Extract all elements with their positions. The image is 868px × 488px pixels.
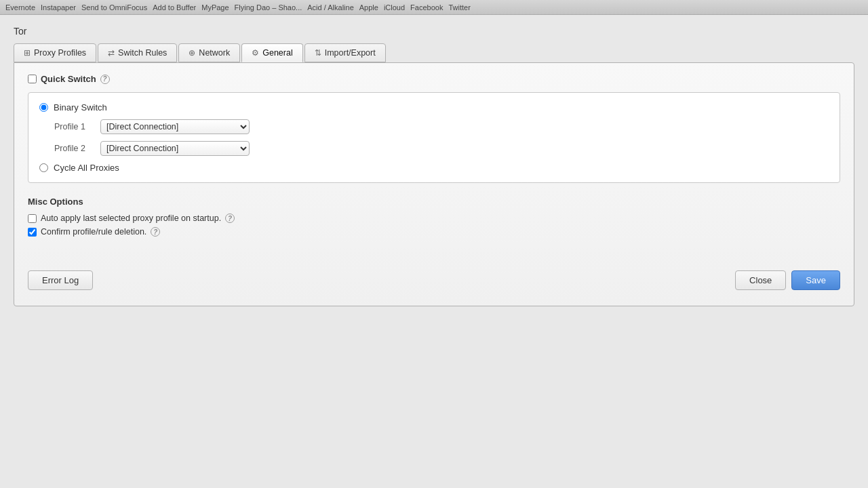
browser-bar-item: Instapaper (41, 3, 76, 12)
general-icon: ⚙ (252, 48, 259, 58)
error-log-button[interactable]: Error Log (28, 270, 93, 290)
general-panel: Quick Switch ? Binary Switch Profile 1 [… (14, 62, 854, 306)
profile2-label: Profile 2 (54, 144, 95, 153)
auto-apply-label[interactable]: Auto apply last selected proxy profile o… (41, 214, 221, 223)
cycle-all-proxies-radio[interactable] (39, 163, 48, 172)
network-icon: ⊕ (189, 48, 195, 58)
confirm-deletion-label[interactable]: Confirm profile/rule deletion. (41, 227, 146, 237)
tab-bar: ⊞ Proxy Profiles ⇄ Switch Rules ⊕ Networ… (14, 43, 854, 62)
browser-bar-item: MyPage (201, 3, 229, 12)
profile1-label: Profile 1 (54, 122, 95, 131)
profile2-row: Profile 2 [Direct Connection] (54, 141, 829, 156)
quick-switch-checkbox[interactable] (28, 75, 37, 83)
footer: Error Log Close Save (28, 264, 840, 290)
browser-bar-item: Twitter (448, 3, 470, 12)
tab-general[interactable]: ⚙ General (241, 43, 302, 62)
browser-bar-item: Add to Buffer (153, 3, 196, 12)
misc-options-section: Misc Options Auto apply last selected pr… (28, 197, 840, 237)
browser-bar-item: Flying Dao – Shao... (235, 3, 302, 12)
tab-switch-rules[interactable]: ⇄ Switch Rules (98, 43, 177, 62)
browser-bar-item: iCloud (384, 3, 405, 12)
browser-bar-item: Evernote (5, 3, 35, 12)
misc-options-title: Misc Options (28, 197, 840, 207)
quick-switch-radio-group: Binary Switch Profile 1 [Direct Connecti… (39, 102, 829, 173)
footer-right: Close Save (735, 270, 840, 290)
browser-bar-item: Facebook (410, 3, 443, 12)
quick-switch-box: Binary Switch Profile 1 [Direct Connecti… (28, 92, 840, 183)
cycle-all-proxies-row: Cycle All Proxies (39, 163, 829, 173)
cycle-all-proxies-label[interactable]: Cycle All Proxies (54, 163, 119, 173)
save-button[interactable]: Save (791, 270, 840, 290)
profile1-select[interactable]: [Direct Connection] (100, 119, 250, 134)
tab-general-label: General (262, 48, 292, 58)
auto-apply-checkbox[interactable] (28, 214, 37, 223)
tab-import-export[interactable]: ⇅ Import/Export (304, 43, 386, 62)
tab-switch-rules-label: Switch Rules (118, 48, 167, 58)
tab-proxy-profiles-label: Proxy Profiles (34, 48, 86, 58)
quick-switch-header: Quick Switch ? (28, 74, 840, 84)
proxy-profiles-icon: ⊞ (24, 48, 31, 58)
browser-bar: Evernote Instapaper Send to OmniFocus Ad… (0, 0, 868, 15)
auto-apply-help-icon[interactable]: ? (225, 214, 235, 223)
tab-network[interactable]: ⊕ Network (178, 43, 240, 62)
tab-proxy-profiles[interactable]: ⊞ Proxy Profiles (14, 43, 96, 62)
confirm-deletion-row: Confirm profile/rule deletion. ? (28, 227, 840, 237)
close-button[interactable]: Close (735, 270, 786, 290)
app-title: Tor (14, 26, 854, 37)
confirm-deletion-help-icon[interactable]: ? (151, 227, 160, 237)
binary-switch-label[interactable]: Binary Switch (54, 102, 107, 113)
switch-rules-icon: ⇄ (108, 48, 115, 58)
browser-bar-item: Acid / Alkaline (307, 3, 353, 12)
quick-switch-help-icon[interactable]: ? (100, 75, 110, 84)
browser-bar-item: Apple (359, 3, 378, 12)
binary-switch-row: Binary Switch (39, 102, 829, 113)
binary-switch-radio[interactable] (39, 103, 48, 112)
profile1-row: Profile 1 [Direct Connection] (54, 119, 829, 134)
tab-import-export-label: Import/Export (325, 48, 376, 58)
confirm-deletion-checkbox[interactable] (28, 228, 37, 237)
tab-network-label: Network (199, 48, 230, 58)
auto-apply-row: Auto apply last selected proxy profile o… (28, 214, 840, 223)
quick-switch-label[interactable]: Quick Switch (41, 74, 96, 84)
main-area: Tor ⊞ Proxy Profiles ⇄ Switch Rules ⊕ Ne… (0, 15, 868, 317)
profile2-select[interactable]: [Direct Connection] (100, 141, 250, 156)
browser-bar-item: Send to OmniFocus (81, 3, 147, 12)
import-export-icon: ⇅ (315, 48, 321, 58)
